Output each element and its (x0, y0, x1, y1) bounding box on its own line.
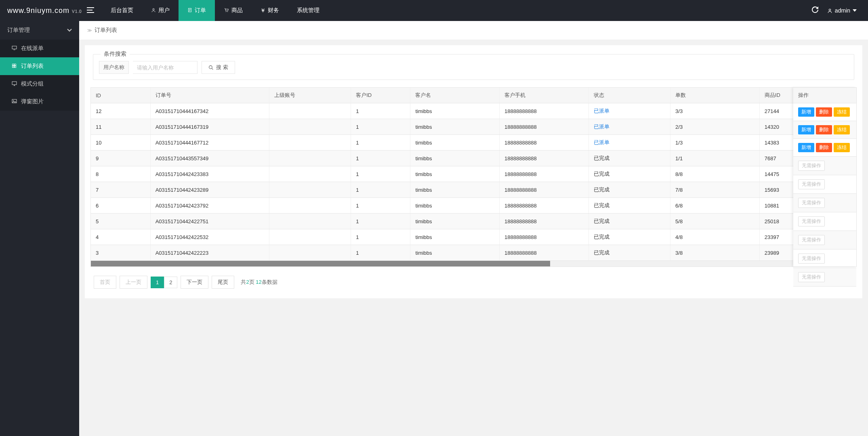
noop-button: 无需操作 (798, 216, 825, 226)
ops-cell: 无需操作 (793, 268, 856, 287)
refresh-button[interactable] (812, 6, 818, 15)
svg-rect-9 (15, 66, 16, 67)
ops-cell: 无需操作 (793, 249, 856, 268)
svg-rect-5 (12, 46, 17, 49)
cell: A03151710442422532 (150, 229, 269, 245)
table-wrap: ID订单号上级账号客户ID客户名客户手机状态单数商品ID商品名 12A03151… (90, 87, 857, 267)
sidebar-submenu: 在线派单订单列表模式分组弹窗图片 (0, 40, 79, 111)
page-last[interactable]: 尾页 (212, 276, 234, 289)
chevron-down-icon (853, 9, 857, 12)
delete-button[interactable]: 删除 (816, 125, 832, 134)
order-table: ID订单号上级账号客户ID客户名客户手机状态单数商品ID商品名 12A03151… (91, 88, 856, 261)
ops-cell: 无需操作 (793, 175, 856, 194)
cell: 1 (351, 214, 410, 229)
cell: 7 (91, 182, 150, 198)
menu-icon (87, 7, 94, 13)
cell: 1 (351, 229, 410, 245)
cell (269, 214, 351, 229)
nav-goods[interactable]: 商品 (215, 0, 252, 21)
cell: 4/8 (670, 229, 760, 245)
sidebar-item-1[interactable]: 订单列表 (0, 57, 79, 75)
page-info: 共2页 12条数据 (241, 279, 277, 286)
search-username-input[interactable] (133, 61, 198, 74)
nav-order[interactable]: 订单 (179, 0, 215, 21)
table-row: 5A031517104424227511timibbs18888888888已完… (91, 214, 856, 229)
screen-icon (11, 46, 17, 51)
cell: 1 (351, 245, 410, 261)
search-button[interactable]: 搜 索 (202, 61, 235, 74)
brand-name: www.9niuym.com (7, 6, 69, 15)
cell: 1 (351, 119, 410, 135)
cell: 18888888888 (500, 198, 589, 214)
cell: A03151710442423383 (150, 166, 269, 182)
status-link[interactable]: 已派单 (594, 124, 609, 130)
cell: 18888888888 (500, 229, 589, 245)
nav-finance[interactable]: ￥财务 (252, 0, 288, 21)
delete-button[interactable]: 删除 (816, 107, 832, 117)
sidebar-item-2[interactable]: 模式分组 (0, 75, 79, 93)
nav-system[interactable]: 系统管理 (288, 0, 328, 21)
user-menu[interactable]: admin (827, 7, 857, 14)
page-next[interactable]: 下一页 (181, 276, 208, 289)
sidebar-toggle[interactable] (79, 6, 102, 15)
sidebar-item-label: 模式分组 (21, 80, 44, 88)
status-link[interactable]: 已派单 (594, 139, 609, 145)
cell: 1 (351, 198, 410, 214)
table-row: 10A031517104441677121timibbs18888888888已… (91, 135, 856, 151)
cell (269, 151, 351, 166)
cell: 5 (91, 214, 150, 229)
cell: 已派单 (588, 119, 670, 135)
svg-point-4 (829, 9, 830, 10)
table-row: 4A031517104424225321timibbs18888888888已完… (91, 229, 856, 245)
cell: A03151710443557349 (150, 151, 269, 166)
page-number[interactable]: 2 (164, 277, 177, 288)
table-horizontal-scrollbar[interactable] (91, 261, 856, 266)
cell: timibbs (410, 103, 500, 119)
cell: 1 (351, 182, 410, 198)
page-first[interactable]: 首页 (94, 276, 116, 289)
add-button[interactable]: 新增 (798, 107, 814, 117)
cell: 已完成 (588, 166, 670, 182)
cell: 1/3 (670, 135, 760, 151)
col-header: 客户ID (351, 88, 410, 103)
pagination: 首页 上一页 12 下一页 尾页 共2页 12条数据 (90, 267, 857, 292)
svg-rect-7 (15, 64, 16, 65)
delete-button[interactable]: 删除 (816, 143, 832, 152)
freeze-button[interactable]: 冻结 (834, 143, 850, 152)
sidebar-item-label: 订单列表 (21, 63, 44, 70)
sidebar-group-orders[interactable]: 订单管理 (0, 21, 79, 40)
cell: 2/3 (670, 119, 760, 135)
freeze-button[interactable]: 冻结 (834, 107, 850, 117)
svg-rect-10 (12, 82, 17, 85)
cell: 已派单 (588, 135, 670, 151)
noop-button: 无需操作 (798, 235, 825, 245)
cell: 已完成 (588, 214, 670, 229)
cell: 18888888888 (500, 135, 589, 151)
table-row: 6A031517104424237921timibbs18888888888已完… (91, 198, 856, 214)
brand-version: V1.0 (72, 9, 82, 14)
cell: timibbs (410, 135, 500, 151)
page-number[interactable]: 1 (151, 277, 164, 288)
cell (269, 135, 351, 151)
cell: 6/8 (670, 198, 760, 214)
cell: A03151710442422751 (150, 214, 269, 229)
sidebar-item-3[interactable]: 弹窗图片 (0, 93, 79, 111)
add-button[interactable]: 新增 (798, 143, 814, 152)
tile-icon (11, 63, 17, 69)
table-scroll[interactable]: ID订单号上级账号客户ID客户名客户手机状态单数商品ID商品名 12A03151… (91, 88, 856, 261)
add-button[interactable]: 新增 (798, 125, 814, 134)
page-prev[interactable]: 上一页 (120, 276, 147, 289)
sidebar-item-0[interactable]: 在线派单 (0, 40, 79, 57)
nav-home[interactable]: 后台首页 (102, 0, 142, 21)
table-row: 12A031517104441673421timibbs18888888888已… (91, 103, 856, 119)
person-icon (827, 8, 832, 13)
search-button-label: 搜 索 (216, 64, 228, 71)
nav-user[interactable]: 用户 (142, 0, 179, 21)
refresh-icon (812, 6, 818, 13)
cell: 7/8 (670, 182, 760, 198)
status-link[interactable]: 已派单 (594, 108, 609, 114)
svg-point-2 (226, 11, 227, 12)
freeze-button[interactable]: 冻结 (834, 125, 850, 134)
cell: 18888888888 (500, 182, 589, 198)
cell: 1 (351, 103, 410, 119)
